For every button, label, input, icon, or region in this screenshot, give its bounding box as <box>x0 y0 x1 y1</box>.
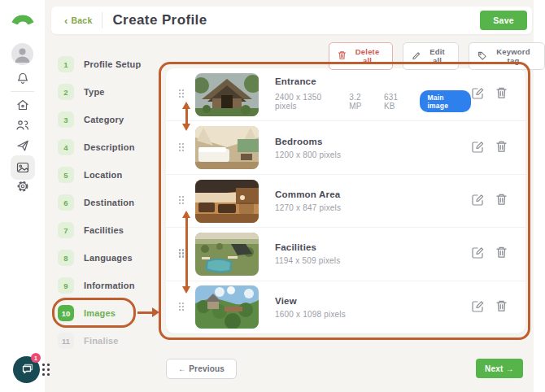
step-label: Images <box>84 308 116 318</box>
delete-image-button[interactable] <box>495 86 508 102</box>
delete-image-button[interactable] <box>495 193 508 209</box>
pencil-icon <box>412 51 421 62</box>
drag-handle-icon[interactable] <box>179 196 185 206</box>
step-number: 11 <box>58 333 74 349</box>
thumbnail-common-area <box>195 180 259 223</box>
notifications-bell-icon[interactable] <box>0 72 45 85</box>
back-chevron-icon: ‹ <box>64 15 68 26</box>
main-image-badge: Main image <box>420 90 471 112</box>
avatar-icon <box>11 43 33 65</box>
step-number: 3 <box>58 111 74 128</box>
image-row-entrance: Entrance 2400 x 1350 pixels 3.2 MP 631 K… <box>166 68 525 121</box>
delete-image-button[interactable] <box>495 299 508 316</box>
keyword-tag-button[interactable]: Keyword tag <box>469 42 545 70</box>
drag-handle-icon[interactable] <box>179 143 185 153</box>
step-label: Type <box>84 87 105 97</box>
image-filesize: 631 KB <box>384 93 409 111</box>
next-button[interactable]: Next → <box>476 359 523 378</box>
image-row-view: View 1600 x 1098 pixels <box>166 281 525 333</box>
step-languages[interactable]: 8Languages <box>58 244 155 272</box>
left-arrow-icon: ← <box>178 364 186 373</box>
step-images-active[interactable]: 10Images <box>58 299 155 327</box>
edit-image-button[interactable] <box>471 86 485 102</box>
send-icon[interactable] <box>0 139 45 152</box>
step-type[interactable]: 2Type <box>58 78 155 106</box>
step-label: Profile Setup <box>84 59 141 69</box>
wizard-steps: 1Profile Setup 2Type 3Category 4Descript… <box>58 50 155 355</box>
chat-bubble-icon <box>20 363 33 377</box>
image-title: Common Area <box>275 189 341 199</box>
back-button[interactable]: ‹ Back <box>64 15 92 26</box>
step-label: Description <box>84 142 135 152</box>
rail-divider <box>11 91 34 92</box>
step-facilities[interactable]: 7Facilities <box>58 216 155 244</box>
image-title: View <box>275 296 346 306</box>
trash-icon <box>495 86 508 102</box>
images-list: Entrance 2400 x 1350 pixels 3.2 MP 631 K… <box>166 68 525 333</box>
edit-all-button[interactable]: Edit all <box>403 42 459 70</box>
thumbnail-bedrooms <box>195 126 259 169</box>
drag-handle-icon[interactable] <box>179 249 185 259</box>
image-dimensions: 1270 x 847 pixels <box>275 203 341 212</box>
step-category[interactable]: 3Category <box>58 106 155 133</box>
trash-icon <box>495 246 508 262</box>
delete-all-button[interactable]: Delete all <box>329 42 393 70</box>
step-label: Location <box>84 170 122 180</box>
step-number: 9 <box>58 277 74 294</box>
step-label: Facilities <box>84 225 124 235</box>
edit-icon <box>471 86 485 102</box>
sidebar-item-images-active[interactable] <box>0 155 45 180</box>
delete-all-label: Delete all <box>351 47 384 65</box>
home-icon[interactable] <box>0 98 45 111</box>
step-profile-setup[interactable]: 1Profile Setup <box>58 50 155 78</box>
step-number: 2 <box>58 84 74 100</box>
step-finalise[interactable]: 11Finalise <box>58 327 155 355</box>
thumbnail-facilities <box>195 233 259 276</box>
step-information[interactable]: 9Information <box>58 272 155 299</box>
thumbnail-view <box>195 285 259 329</box>
chat-notification-badge: 1 <box>31 353 41 363</box>
image-title: Bedrooms <box>275 137 341 146</box>
brand-logo-icon[interactable] <box>0 7 45 24</box>
image-dimensions: 1200 x 800 pixels <box>275 150 341 159</box>
icon-rail <box>0 0 45 392</box>
trash-icon <box>495 299 508 316</box>
user-avatar[interactable] <box>0 43 45 65</box>
page-title: Create Profile <box>112 12 207 28</box>
back-label: Back <box>72 15 93 25</box>
step-label: Information <box>84 281 135 290</box>
tag-icon <box>477 51 486 62</box>
edit-image-button[interactable] <box>471 193 485 209</box>
image-dimensions: 1600 x 1098 pixels <box>275 310 346 319</box>
step-number: 7 <box>58 222 74 238</box>
trash-icon <box>495 193 508 209</box>
step-label: Destination <box>84 198 134 207</box>
page-header: ‹ Back Create Profile Save <box>51 7 532 34</box>
step-number: 1 <box>58 56 74 72</box>
users-icon[interactable] <box>0 119 45 131</box>
widget-drag-handle[interactable] <box>42 364 50 376</box>
image-row-common-area: Common Area 1270 x 847 pixels <box>166 175 525 228</box>
drag-handle-icon[interactable] <box>179 303 185 312</box>
edit-image-button[interactable] <box>471 299 485 316</box>
edit-icon <box>471 246 485 262</box>
step-location[interactable]: 5Location <box>58 161 155 189</box>
step-label: Category <box>84 115 124 124</box>
delete-image-button[interactable] <box>495 140 508 156</box>
previous-button[interactable]: ← Previous <box>166 359 237 379</box>
settings-gear-icon[interactable] <box>0 180 45 193</box>
step-number: 4 <box>58 139 74 155</box>
image-row-bedrooms: Bedrooms 1200 x 800 pixels <box>166 121 525 174</box>
image-dimensions: 1194 x 509 pixels <box>275 256 341 265</box>
next-label: Next <box>485 364 503 373</box>
step-description[interactable]: 4Description <box>58 133 155 161</box>
trash-icon <box>338 50 347 62</box>
image-megapixels: 3.2 MP <box>349 93 373 111</box>
edit-image-button[interactable] <box>471 246 485 262</box>
drag-handle-icon[interactable] <box>179 89 185 99</box>
step-destination[interactable]: 6Destination <box>58 189 155 216</box>
edit-image-button[interactable] <box>471 140 485 156</box>
save-button[interactable]: Save <box>480 11 527 30</box>
delete-image-button[interactable] <box>495 246 508 262</box>
step-number: 8 <box>58 250 74 266</box>
